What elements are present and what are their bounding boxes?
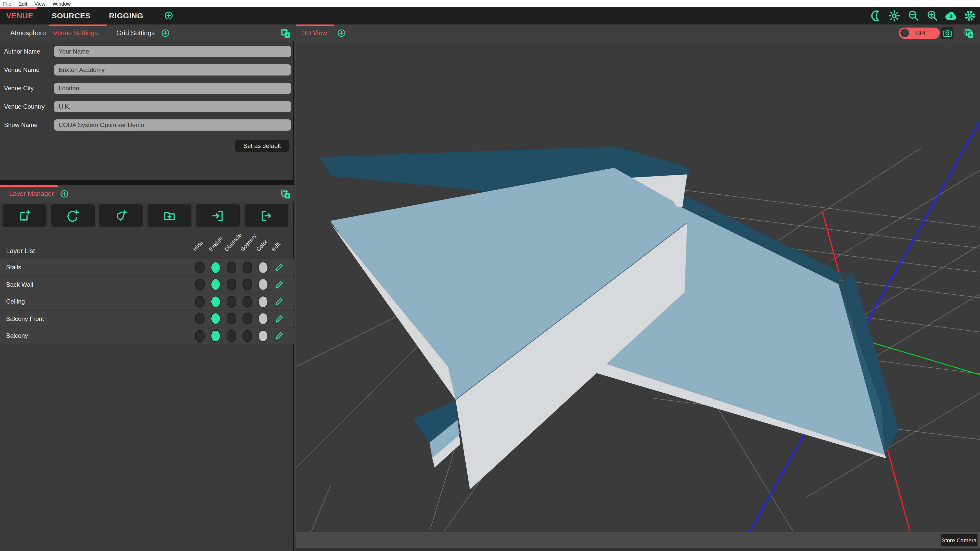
active-view-tab-indicator: [296, 24, 334, 26]
layer-row-balcony-front[interactable]: Balcony Front: [0, 310, 294, 327]
edit-layer-icon[interactable]: [274, 263, 283, 272]
layer-row-ceiling[interactable]: Ceiling: [0, 293, 294, 310]
store-camera-button[interactable]: Store Camera: [941, 534, 977, 546]
scenery-toggle[interactable]: [242, 295, 252, 307]
duplicate-view-icon[interactable]: [964, 28, 974, 38]
moon-icon[interactable]: [868, 9, 883, 23]
edit-layer-icon[interactable]: [274, 314, 283, 323]
add-tab-icon[interactable]: [160, 28, 170, 38]
export-layers-button[interactable]: [245, 204, 288, 227]
spl-toggle[interactable]: SPL: [899, 27, 940, 38]
venue-country-label: Venue Country: [4, 103, 45, 110]
obstacle-toggle[interactable]: [227, 313, 236, 324]
layer-row-balcony[interactable]: Balcony: [0, 327, 294, 344]
nav-tab-venue[interactable]: VENUE: [6, 11, 33, 20]
zoom-in-icon[interactable]: [925, 9, 939, 23]
sun-brightness-icon[interactable]: [887, 9, 901, 23]
hide-toggle[interactable]: [195, 262, 205, 273]
tab-3d-view[interactable]: 3D View: [302, 29, 327, 37]
tab-atmosphere[interactable]: Atmosphere: [10, 29, 46, 37]
venue-city-label: Venue City: [4, 85, 34, 92]
hide-toggle[interactable]: [195, 279, 205, 290]
tab-layer-manager[interactable]: Layer Manager: [9, 189, 54, 197]
tab-grid-settings[interactable]: Grid Settings: [116, 29, 155, 37]
color-swatch[interactable]: [258, 295, 268, 307]
active-tab-indicator: [49, 24, 107, 26]
scenery-toggle[interactable]: [242, 330, 252, 341]
scenery-toggle[interactable]: [242, 279, 252, 290]
enable-toggle[interactable]: [211, 330, 221, 341]
venue-name-row: Venue Name: [0, 64, 293, 76]
enable-toggle[interactable]: [211, 279, 221, 290]
venue-city-row: Venue City: [0, 83, 293, 94]
venue-city-input[interactable]: [54, 83, 291, 94]
3d-scene: [296, 41, 980, 532]
edit-layer-icon[interactable]: [274, 280, 283, 289]
obstacle-toggle[interactable]: [227, 295, 236, 307]
obstacle-toggle[interactable]: [227, 262, 236, 273]
nav-tab-rigging[interactable]: RIGGING: [109, 11, 143, 20]
layer-row-stalls[interactable]: Stalls: [0, 259, 294, 275]
add-polygon-layer-button[interactable]: [99, 204, 143, 227]
layer-manager-indicator: [0, 185, 58, 186]
scenery-toggle[interactable]: [242, 262, 252, 273]
viewport-bottom-bar: Store Camera: [295, 532, 980, 548]
obstacle-toggle[interactable]: [227, 279, 236, 290]
nav-tab-sources[interactable]: SOURCES: [52, 11, 91, 20]
edit-layer-icon[interactable]: [274, 297, 283, 306]
scenery-toggle[interactable]: [242, 313, 252, 324]
hide-toggle[interactable]: [195, 330, 205, 341]
menu-edit[interactable]: Edit: [18, 1, 27, 6]
venue-settings-panel: Author Name Venue Name Venue City Venue …: [0, 41, 294, 551]
author-name-input[interactable]: [54, 46, 291, 57]
show-name-input[interactable]: [54, 119, 291, 130]
add-layer-tab-icon[interactable]: [59, 189, 69, 199]
enable-toggle[interactable]: [211, 262, 221, 273]
os-menubar: File Edit View Window: [0, 0, 980, 7]
enable-toggle[interactable]: [211, 295, 221, 307]
venue-model: [319, 146, 898, 489]
show-name-row: Show Name: [0, 119, 293, 130]
layer-row-back-wall[interactable]: Back Wall: [0, 276, 294, 292]
menu-window[interactable]: Window: [52, 1, 71, 6]
venue-country-input[interactable]: [54, 101, 291, 112]
hide-toggle[interactable]: [195, 295, 205, 307]
spl-toggle-label: SPL: [916, 29, 927, 37]
column-obstacle: Obstacle: [223, 232, 243, 253]
color-swatch[interactable]: [258, 262, 268, 273]
menu-file[interactable]: File: [3, 1, 11, 6]
layer-list: Stalls Back Wall: [0, 259, 294, 345]
cloud-download-icon[interactable]: [944, 9, 958, 23]
zoom-out-icon[interactable]: [906, 9, 920, 23]
layer-manager-tabbar: Layer Manager: [0, 185, 294, 202]
add-layer-from-file-button[interactable]: [148, 204, 191, 227]
screenshot-camera-button[interactable]: [941, 27, 953, 39]
venue-panel-tabbar: Atmosphere Venue Settings Grid Settings: [0, 24, 294, 41]
color-swatch[interactable]: [258, 279, 268, 290]
add-rectangle-layer-button[interactable]: [3, 204, 46, 227]
column-enable: Enable: [207, 235, 224, 253]
duplicate-panel-icon[interactable]: [281, 28, 290, 38]
add-ellipse-layer-button[interactable]: [51, 204, 95, 227]
set-as-default-button[interactable]: Set as default: [235, 140, 289, 152]
layer-name: Back Wall: [6, 281, 33, 288]
edit-layer-icon[interactable]: [274, 331, 283, 340]
color-swatch[interactable]: [258, 330, 268, 341]
venue-country-row: Venue Country: [0, 101, 293, 112]
enable-toggle[interactable]: [211, 313, 221, 324]
color-swatch[interactable]: [258, 313, 268, 324]
obstacle-toggle[interactable]: [227, 330, 236, 341]
hide-toggle[interactable]: [195, 313, 205, 324]
view-panel-tabbar: 3D View SPL: [295, 24, 980, 41]
3d-viewport-canvas[interactable]: [295, 41, 980, 532]
venue-name-input[interactable]: [54, 64, 291, 76]
main-navbar: VENUE SOURCES RIGGING: [0, 7, 980, 24]
settings-gear-icon[interactable]: [963, 9, 977, 23]
add-section-icon[interactable]: [162, 9, 176, 23]
duplicate-layer-panel-icon[interactable]: [281, 189, 290, 199]
menu-view[interactable]: View: [35, 1, 45, 6]
tab-venue-settings[interactable]: Venue Settings: [53, 29, 98, 37]
panel-divider: [0, 180, 294, 185]
import-layers-button[interactable]: [196, 204, 240, 227]
add-view-icon[interactable]: [336, 28, 346, 38]
